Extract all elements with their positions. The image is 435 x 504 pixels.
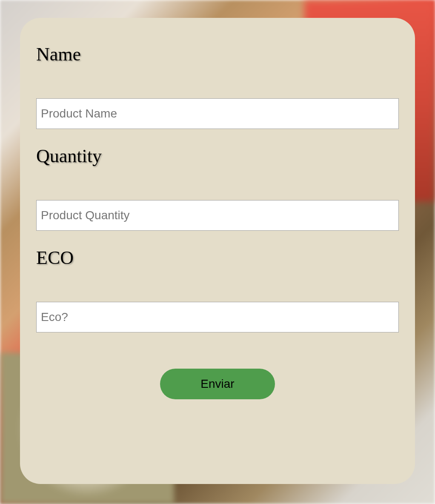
eco-field-group: ECO [36,247,399,332]
product-quantity-input[interactable] [36,200,399,231]
product-name-input[interactable] [36,98,399,129]
quantity-label: Quantity [36,145,399,167]
name-label: Name [36,43,399,65]
eco-label: ECO [36,247,399,269]
quantity-field-group: Quantity [36,145,399,231]
eco-input[interactable] [36,302,399,332]
product-form-card: Name Quantity ECO Enviar [20,18,415,484]
name-field-group: Name [36,43,399,129]
submit-button[interactable]: Enviar [160,369,275,399]
submit-container: Enviar [36,369,399,399]
